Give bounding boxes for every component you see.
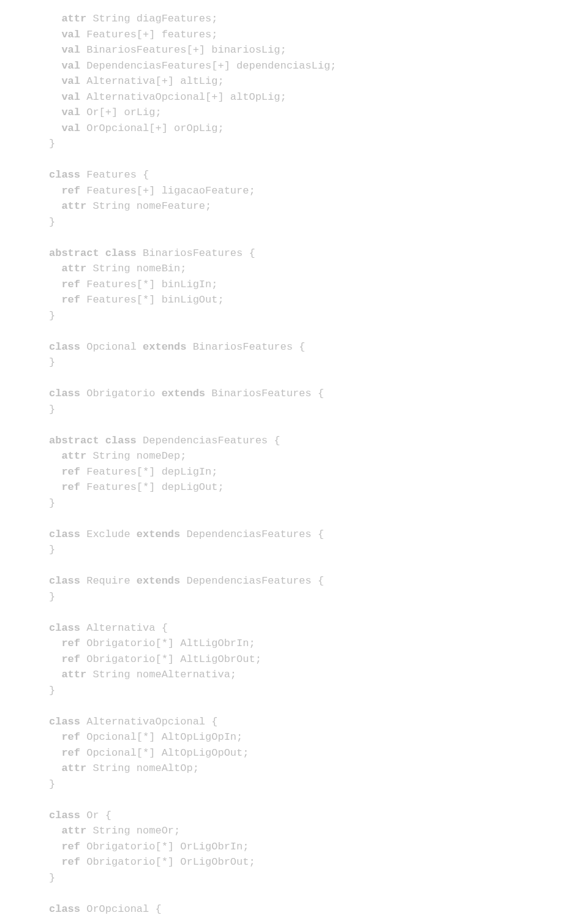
code-line (49, 323, 588, 339)
keyword-token: val (49, 75, 80, 87)
keyword-token: ref (49, 294, 80, 306)
keyword-token: ref (49, 185, 80, 197)
code-token: AlternativaOpcional { (80, 716, 217, 728)
code-token: AlternativaOpcional[+] altOpLig; (80, 91, 287, 103)
code-line: class Require extends DependenciasFeatur… (49, 573, 588, 589)
code-token: String nomeAltOp; (86, 762, 199, 774)
code-line: ref Features[*] binLigOut; (49, 292, 588, 308)
code-line: val Alternativa[+] altLig; (49, 73, 588, 89)
code-token: } (49, 685, 55, 696)
code-token: String nomeBin; (86, 263, 186, 274)
code-line: val AlternativaOpcional[+] altOpLig; (49, 89, 588, 105)
keyword-token: ref (49, 747, 80, 759)
code-line: class Alternativa { (49, 620, 588, 636)
code-line: } (49, 777, 588, 792)
code-token: Features[*] binLigIn; (80, 279, 217, 290)
code-token: Or[+] orLig; (80, 107, 162, 118)
code-token: Features[*] binLigOut; (80, 294, 224, 306)
code-line: val DependenciasFeatures[+] dependencias… (49, 58, 588, 74)
keyword-token: val (49, 122, 80, 134)
code-token: Obrigatorio (80, 388, 162, 399)
code-token: Require (80, 575, 137, 587)
code-line: attr String nomeAlternativa; (49, 667, 588, 683)
code-line (49, 417, 588, 433)
keyword-token: class (49, 575, 80, 587)
code-token: String nomeAlternativa; (86, 669, 236, 680)
code-line: val OrOpcional[+] orOpLig; (49, 121, 588, 137)
keyword-token: ref (49, 841, 80, 852)
code-token: String nomeDep; (86, 450, 186, 462)
code-token: DependenciasFeatures { (180, 529, 324, 540)
code-token: DependenciasFeatures[+] dependenciasLig; (80, 60, 336, 72)
code-token: } (49, 544, 55, 555)
keyword-token: val (49, 44, 80, 56)
keyword-token: ref (49, 466, 80, 478)
code-line: class Features { (49, 167, 588, 183)
keyword-token: ref (49, 638, 80, 649)
code-line: abstract class BinariosFeatures { (49, 246, 588, 261)
code-token: OrOpcional[+] orOpLig; (80, 122, 224, 134)
keyword-token: attr (49, 450, 86, 462)
code-token: } (49, 778, 55, 790)
code-line: ref Opcional[*] AltOpLigOpOut; (49, 745, 588, 761)
code-line (49, 230, 588, 246)
code-line: class AlternativaOpcional { (49, 714, 588, 730)
keyword-token: attr (49, 200, 86, 212)
code-line: class Obrigatorio extends BinariosFeatur… (49, 386, 588, 402)
keyword-token: ref (49, 653, 80, 665)
code-token: BinariosFeatures { (137, 247, 255, 259)
code-line: ref Features[*] depLigOut; (49, 480, 588, 495)
code-token: Opcional[*] AltOpLigOpOut; (80, 747, 249, 759)
code-line (49, 698, 588, 714)
code-token: } (49, 497, 55, 509)
code-line: } (49, 136, 588, 152)
code-token: BinariosFeatures { (205, 388, 324, 399)
keyword-token: val (49, 29, 80, 40)
code-line: } (49, 402, 588, 418)
code-line: ref Obrigatorio[*] AltLigObrOut; (49, 652, 588, 668)
code-line: abstract class DependenciasFeatures { (49, 433, 588, 449)
code-line: } (49, 589, 588, 605)
code-line: attr String nomeDep; (49, 448, 588, 464)
keyword-token: ref (49, 731, 80, 743)
code-line (49, 152, 588, 168)
code-token: } (49, 591, 55, 603)
code-token: Alternativa { (80, 622, 168, 634)
code-line: val BinariosFeatures[+] binariosLig; (49, 42, 588, 58)
code-line: class Opcional extends BinariosFeatures … (49, 339, 588, 355)
code-line (49, 511, 588, 527)
code-line (49, 886, 588, 901)
code-line (49, 558, 588, 574)
code-line: ref Features[+] ligacaoFeature; (49, 183, 588, 199)
code-token: Features[*] depLigOut; (80, 481, 224, 493)
keyword-token: extends (137, 529, 180, 540)
keyword-token: attr (49, 13, 86, 24)
code-line: ref Obrigatorio[*] AltLigObrIn; (49, 636, 588, 652)
code-line: } (49, 214, 588, 230)
keyword-token: class (49, 716, 80, 728)
code-token: String diagFeatures; (86, 13, 217, 24)
code-token: BinariosFeatures { (186, 341, 305, 353)
code-token: Opcional[*] AltOpLigOpIn; (80, 731, 243, 743)
code-token: String nomeFeature; (86, 200, 211, 212)
code-line: } (49, 870, 588, 886)
code-line: class OrOpcional { (49, 901, 588, 917)
code-token: } (49, 404, 55, 415)
keyword-token: class (49, 388, 80, 399)
code-line: attr String nomeFeature; (49, 198, 588, 214)
keyword-token: val (49, 107, 80, 118)
keyword-token: val (49, 91, 80, 103)
code-token: } (49, 872, 55, 884)
keyword-token: ref (49, 481, 80, 493)
keyword-token: ref (49, 279, 80, 290)
code-token: Features[+] features; (80, 29, 217, 40)
code-line: attr String nomeAltOp; (49, 761, 588, 777)
code-line: } (49, 683, 588, 699)
code-line: ref Features[*] depLigIn; (49, 464, 588, 480)
keyword-token: extends (162, 388, 205, 399)
code-line: ref Features[*] binLigIn; (49, 277, 588, 293)
code-token: Features { (80, 169, 149, 181)
keyword-token: attr (49, 669, 86, 680)
keyword-token: attr (49, 762, 86, 774)
code-token: BinariosFeatures[+] binariosLig; (80, 44, 287, 56)
